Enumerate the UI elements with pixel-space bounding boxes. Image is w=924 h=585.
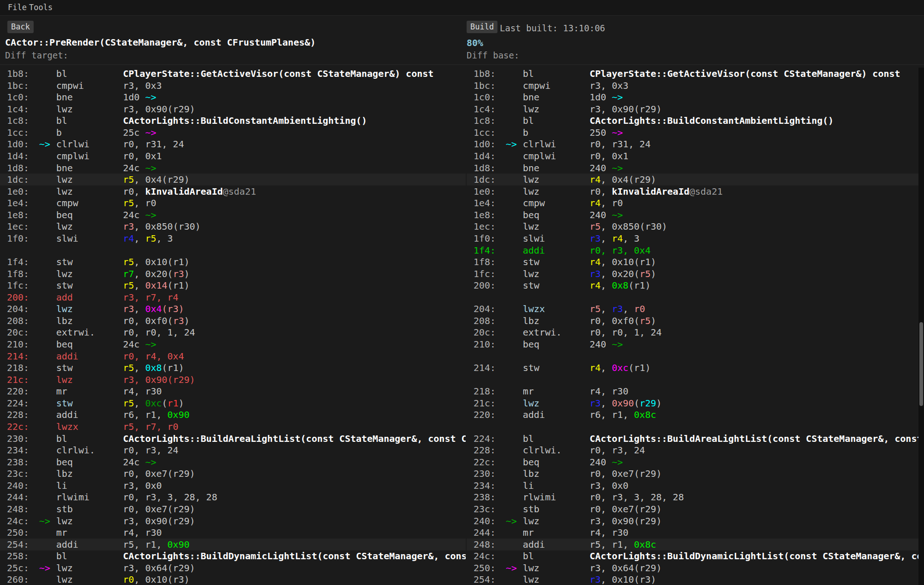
asm-mnemonic: beq — [523, 456, 539, 468]
asm-row[interactable]: 218:mrr4, r30 — [467, 385, 918, 397]
asm-row[interactable]: 1fc:lwzr3, 0x20(r5) — [467, 268, 918, 280]
back-button[interactable]: Back — [7, 21, 34, 33]
asm-row[interactable]: 1d0:~>clrlwir0, r31, 24 — [467, 138, 918, 150]
asm-row[interactable]: 234:lir3, 0x0 — [467, 480, 918, 492]
asm-row[interactable]: 244:rlwimir0, r3, 3, 28, 28 — [0, 491, 466, 503]
asm-address: 240: — [474, 515, 496, 527]
asm-row[interactable]: 248:stbr0, 0xe7(r29) — [0, 503, 466, 515]
asm-operands: CPlayerState::GetActiveVisor(const CStat… — [590, 68, 900, 80]
asm-row[interactable]: 250:mrr4, r30 — [0, 527, 466, 539]
asm-row[interactable]: 234:clrlwi.r0, r3, 24 — [0, 444, 466, 456]
asm-row[interactable]: 1f0:slwir3, r4, 3 — [467, 232, 918, 244]
scrollbar-thumb[interactable] — [919, 322, 923, 406]
asm-row[interactable]: 228:clrlwi.r0, r3, 24 — [467, 444, 918, 456]
asm-row[interactable]: 1bc:cmpwir3, 0x3 — [467, 80, 918, 92]
asm-row[interactable]: 250:~>lwzr3, 0x64(r29) — [467, 562, 918, 574]
asm-row[interactable]: 1e8:beq240 ~> — [467, 209, 918, 221]
asm-row[interactable]: 1e4:cmpwr5, r0 — [0, 197, 466, 209]
asm-row[interactable]: 1b8:blCPlayerState::GetActiveVisor(const… — [0, 68, 466, 80]
asm-row[interactable]: 1c8:blCActorLights::BuildConstantAmbient… — [0, 115, 466, 127]
asm-row[interactable]: 210:beq24c ~> — [0, 338, 466, 350]
asm-row[interactable]: 214:stwr4, 0xc(r1) — [467, 362, 918, 374]
asm-row[interactable]: 1dc:lwzr4, 0x4(r29) — [467, 174, 918, 185]
menu-tools[interactable]: Tools — [25, 0, 57, 15]
asm-row[interactable]: 1cc:b250 ~> — [467, 127, 918, 139]
build-button[interactable]: Build — [467, 21, 497, 33]
asm-row[interactable]: 1c4:lwzr3, 0x90(r29) — [0, 103, 466, 115]
asm-row[interactable]: 1f4:addir0, r3, 0x4 — [467, 244, 918, 256]
asm-row[interactable]: 224:blCActorLights::BuildAreaLightList(c… — [467, 433, 918, 445]
asm-row[interactable]: 25c:~>lwzr3, 0x64(r29) — [0, 562, 466, 574]
asm-row[interactable]: 204:lwzxr5, r3, r0 — [467, 303, 918, 315]
asm-row[interactable]: 1d8:bne240 ~> — [467, 162, 918, 174]
asm-row[interactable]: 22c:beq240 ~> — [467, 456, 918, 468]
asm-row[interactable]: 254:addir5, r1, 0x90 — [0, 539, 466, 550]
asm-row[interactable]: 1c0:bne1d0 ~> — [0, 91, 466, 103]
branch-arrow-icon: ~> — [39, 515, 50, 527]
asm-row[interactable]: 248:addir5, r1, 0x8c — [467, 539, 918, 550]
asm-mnemonic: beq — [523, 209, 539, 221]
asm-row[interactable]: 208:lbzr0, 0xf0(r3) — [0, 315, 466, 327]
asm-row[interactable]: 220:addir6, r1, 0x8c — [467, 409, 918, 421]
asm-operand-token: r5 — [123, 174, 134, 185]
asm-row[interactable]: 1bc:cmpwir3, 0x3 — [0, 80, 466, 92]
asm-row[interactable]: 21c:lwzr3, 0x90(r29) — [0, 374, 466, 386]
asm-row[interactable]: 240:lir3, 0x0 — [0, 480, 466, 492]
asm-row[interactable]: 1cc:b25c ~> — [0, 127, 466, 139]
asm-row[interactable]: 24c:~>lwzr3, 0x90(r29) — [0, 515, 466, 527]
asm-row[interactable]: 1d4:cmplwir0, 0x1 — [467, 150, 918, 162]
asm-row[interactable]: 210:beq240 ~> — [467, 338, 918, 350]
asm-row[interactable]: 1c4:lwzr3, 0x90(r29) — [467, 103, 918, 115]
asm-row[interactable]: 1d4:cmplwir0, 0x1 — [0, 150, 466, 162]
asm-row[interactable]: 1e4:cmpwr4, r0 — [467, 197, 918, 209]
asm-row[interactable]: 1f8:stwr4, 0x10(r1) — [467, 256, 918, 268]
asm-row[interactable]: 200:addr3, r7, r4 — [0, 291, 466, 303]
asm-row[interactable]: 1ec:lwzr3, 0x850(r30) — [0, 220, 466, 232]
asm-operand-token: 1d0 — [123, 92, 145, 103]
branch-arrow-icon: ~> — [506, 562, 517, 574]
asm-row[interactable]: 1b8:blCPlayerState::GetActiveVisor(const… — [467, 68, 918, 80]
asm-operand-token: ~> — [145, 162, 156, 174]
asm-row[interactable]: 220:mrr4, r30 — [0, 385, 466, 397]
asm-row[interactable]: 258:blCActorLights::BuildDynamicLightLis… — [0, 550, 466, 562]
asm-row[interactable]: 1e0:lwzr0, kInvalidAreaId@sda21 — [0, 185, 466, 197]
asm-row[interactable]: 214:addir0, r4, 0x4 — [0, 350, 466, 362]
asm-row[interactable]: 254:lwzr3, 0x10(r3) — [467, 573, 918, 585]
asm-row[interactable]: 1d8:bne24c ~> — [0, 162, 466, 174]
asm-row[interactable]: 1f0:slwir4, r5, 3 — [0, 232, 466, 244]
scrollbar[interactable] — [918, 68, 924, 585]
asm-row[interactable]: 204:lwzr3, 0x4(r3) — [0, 303, 466, 315]
asm-row[interactable]: 1ec:lwzr5, 0x850(r30) — [467, 220, 918, 232]
asm-row[interactable]: 1e0:lwzr0, kInvalidAreaId@sda21 — [467, 185, 918, 197]
asm-row[interactable]: 1dc:lwzr5, 0x4(r29) — [0, 174, 466, 185]
asm-row[interactable]: 22c:lwzxr5, r7, r0 — [0, 421, 466, 433]
asm-row[interactable]: 208:lbzr0, 0xf0(r5) — [467, 315, 918, 327]
asm-row[interactable]: 1c0:bne1d0 ~> — [467, 91, 918, 103]
asm-row[interactable]: 218:stwr5, 0x8(r1) — [0, 362, 466, 374]
asm-operand-token: 24c — [123, 457, 145, 468]
asm-row[interactable]: 238:rlwimir0, r3, 3, 28, 28 — [467, 491, 918, 503]
asm-row[interactable]: 230:lbzr0, 0xe7(r29) — [467, 468, 918, 480]
asm-row[interactable]: 230:blCActorLights::BuildAreaLightList(c… — [0, 433, 466, 445]
asm-row[interactable]: 238:beq24c ~> — [0, 456, 466, 468]
asm-row[interactable]: 244:mrr4, r30 — [467, 527, 918, 539]
asm-row[interactable]: 21c:lwzr3, 0x90(r29) — [467, 397, 918, 409]
asm-row[interactable]: 1c8:blCActorLights::BuildConstantAmbient… — [467, 115, 918, 127]
asm-row[interactable]: 1e8:beq24c ~> — [0, 209, 466, 221]
asm-row[interactable]: 24c:blCActorLights::BuildDynamicLightLis… — [467, 550, 918, 562]
asm-row[interactable]: 20c:extrwi.r0, r0, 1, 24 — [467, 326, 918, 338]
asm-row[interactable]: 1fc:stwr5, 0x14(r1) — [0, 279, 466, 291]
asm-row[interactable]: 228:addir6, r1, 0x90 — [0, 409, 466, 421]
asm-operands: r4, 0x4(r29) — [590, 174, 656, 185]
asm-mnemonic: li — [56, 480, 67, 492]
asm-row[interactable]: 23c:stbr0, 0xe7(r29) — [467, 503, 918, 515]
asm-row[interactable]: 200:stwr4, 0x8(r1) — [467, 279, 918, 291]
asm-row[interactable]: 1d0:~>clrlwir0, r31, 24 — [0, 138, 466, 150]
asm-row[interactable]: 1f4:stwr5, 0x10(r1) — [0, 256, 466, 268]
asm-row[interactable]: 23c:lbzr0, 0xe7(r29) — [0, 468, 466, 480]
asm-row[interactable]: 20c:extrwi.r0, r0, 1, 24 — [0, 326, 466, 338]
asm-row[interactable]: 224:stwr5, 0xc(r1) — [0, 397, 466, 409]
asm-row[interactable]: 1f8:lwzr7, 0x20(r3) — [0, 268, 466, 280]
asm-row[interactable]: 260:lwzr0, 0x10(r3) — [0, 573, 466, 585]
asm-row[interactable]: 240:~>lwzr3, 0x90(r29) — [467, 515, 918, 527]
